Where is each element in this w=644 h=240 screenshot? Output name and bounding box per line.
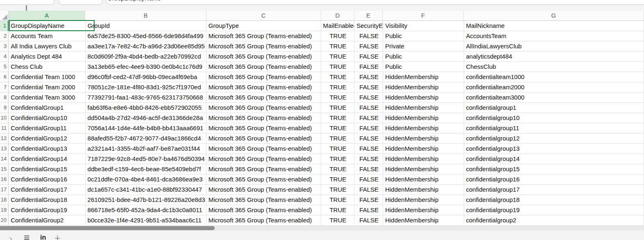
column-header-D[interactable]: D <box>321 11 354 21</box>
cell-G15[interactable]: confidentialgroup15 <box>464 164 644 174</box>
cell-F19[interactable]: HiddenMembership <box>383 205 464 215</box>
cell-D2[interactable]: TRUE <box>321 31 355 41</box>
cell-E9[interactable]: FALSE <box>354 103 383 113</box>
column-header-E[interactable]: E <box>354 11 383 21</box>
cell-C18[interactable]: Microsoft 365 Group (Teams-enabled) <box>206 195 321 205</box>
cell-G20[interactable]: confidentialgroup2 <box>464 215 644 226</box>
cell-B11[interactable]: 7056a144-1d4e-44fe-b4b8-bb413aaa6691 <box>86 123 206 134</box>
horizontal-scrollbar-track[interactable] <box>0 226 644 231</box>
cell-A3[interactable]: All India Lawyers Club <box>9 41 85 52</box>
cell-D5[interactable]: TRUE <box>321 62 355 72</box>
cell-F16[interactable]: HiddenMembership <box>383 174 464 185</box>
cell-A4[interactable]: Analytics Dept 484 <box>9 52 85 62</box>
cell-F7[interactable]: HiddenMembership <box>383 82 464 93</box>
cell-C15[interactable]: Microsoft 365 Group (Teams-enabled) <box>206 164 321 174</box>
cell-A14[interactable]: ConfidentialGroup14 <box>9 154 85 164</box>
cell-F11[interactable]: HiddenMembership <box>383 123 464 134</box>
cell-F15[interactable]: HiddenMembership <box>383 164 464 174</box>
cell-A1[interactable]: GroupDisplayName <box>9 21 85 31</box>
cell-A15[interactable]: ConfidentialGroup15 <box>9 164 85 174</box>
cell-E19[interactable]: FALSE <box>354 205 383 215</box>
cell-E14[interactable]: FALSE <box>354 154 383 164</box>
cell-E8[interactable]: FALSE <box>354 93 383 103</box>
row-header-11[interactable]: 11 <box>0 123 9 134</box>
cell-C13[interactable]: Microsoft 365 Group (Teams-enabled) <box>206 144 321 154</box>
cell-G8[interactable]: confidentialteam3000 <box>464 93 644 103</box>
cell-E16[interactable]: FALSE <box>354 174 383 185</box>
cell-A5[interactable]: Chess Club <box>9 62 85 72</box>
cell-A20[interactable]: ConfidentialGroup2 <box>9 215 85 226</box>
cell-A18[interactable]: ConfidentialGroup18 <box>9 195 85 205</box>
cell-E4[interactable]: FALSE <box>354 52 383 62</box>
cell-D12[interactable]: TRUE <box>321 134 355 144</box>
cell-D19[interactable]: TRUE <box>321 205 355 215</box>
row-header-7[interactable]: 7 <box>0 82 9 93</box>
row-header-8[interactable]: 8 <box>0 93 9 103</box>
cell-F18[interactable]: HiddenMembership <box>383 195 464 205</box>
cell-G3[interactable]: AllIndiaLawyersClub <box>464 41 644 52</box>
cell-G10[interactable]: confidentialgroup10 <box>464 113 644 123</box>
column-header-F[interactable]: F <box>383 11 463 21</box>
cell-B4[interactable]: 8c0d609f-2f9a-4bd4-bedb-a22eb70992cd <box>86 52 206 62</box>
row-header-13[interactable]: 13 <box>0 144 9 154</box>
cell-B20[interactable]: b0cce32e-1f4e-4291-9b51-a534baac6c11 <box>86 215 206 226</box>
row-header-10[interactable]: 10 <box>0 113 9 123</box>
formula-bar[interactable] <box>106 0 644 5</box>
cell-F14[interactable]: HiddenMembership <box>383 154 464 164</box>
row-header-4[interactable]: 4 <box>0 52 9 62</box>
cell-F20[interactable]: HiddenMembership <box>383 215 464 226</box>
column-header-C[interactable]: C <box>206 11 321 21</box>
cell-G14[interactable]: confidentialgroup14 <box>464 154 644 164</box>
name-box[interactable] <box>0 0 54 5</box>
cell-A16[interactable]: ConfidentialGroup16 <box>9 174 85 185</box>
cell-F10[interactable]: HiddenMembership <box>383 113 464 123</box>
cell-F8[interactable]: HiddenMembership <box>383 93 464 103</box>
row-header-1[interactable]: 1 <box>0 21 9 31</box>
cell-D11[interactable]: TRUE <box>321 123 355 134</box>
cell-E10[interactable]: FALSE <box>354 113 383 123</box>
cell-C17[interactable]: Microsoft 365 Group (Teams-enabled) <box>206 185 321 195</box>
row-header-3[interactable]: 3 <box>0 41 9 52</box>
cell-D7[interactable]: TRUE <box>321 82 355 93</box>
cell-D9[interactable]: TRUE <box>321 103 355 113</box>
cell-F6[interactable]: HiddenMembership <box>383 72 464 82</box>
cell-A8[interactable]: Confidential Team 3000 <box>9 93 85 103</box>
cell-A17[interactable]: ConfidentialGroup17 <box>9 185 85 195</box>
cell-D4[interactable]: TRUE <box>321 52 355 62</box>
cell-C10[interactable]: Microsoft 365 Group (Teams-enabled) <box>206 113 321 123</box>
cell-B12[interactable]: 88afed55-f2b7-4672-9077-d49ac1866cd4 <box>86 134 206 144</box>
cell-G19[interactable]: confidentialgroup19 <box>464 205 644 215</box>
sheet-nav-chevron-icon[interactable]: › <box>9 233 12 240</box>
column-header-A[interactable]: A <box>9 11 85 21</box>
cell-F3[interactable]: Private <box>383 41 464 52</box>
cell-C8[interactable]: Microsoft 365 Group (Teams-enabled) <box>206 93 321 103</box>
cell-B9[interactable]: fab63f6a-e8e6-4bb0-8426-ebb572902055 <box>86 103 206 113</box>
cell-G18[interactable]: confidentialgroup18 <box>464 195 644 205</box>
cell-F12[interactable]: HiddenMembership <box>383 134 464 144</box>
cell-E12[interactable]: FALSE <box>354 134 383 144</box>
row-header-2[interactable]: 2 <box>0 31 9 41</box>
cell-G7[interactable]: confidentialteam2000 <box>464 82 644 93</box>
cell-G5[interactable]: ChessClub <box>464 62 644 72</box>
column-header-B[interactable]: B <box>85 11 206 21</box>
cell-A6[interactable]: Confidential Team 1000 <box>9 72 85 82</box>
cell-D6[interactable]: TRUE <box>321 72 355 82</box>
cell-C16[interactable]: Microsoft 365 Group (Teams-enabled) <box>206 174 321 185</box>
row-header-20[interactable]: 20 <box>0 215 9 226</box>
row-header-6[interactable]: 6 <box>0 72 9 82</box>
horizontal-scrollbar-thumb[interactable] <box>0 226 215 230</box>
row-header-17[interactable]: 17 <box>0 185 9 195</box>
row-header-18[interactable]: 18 <box>0 195 9 205</box>
cell-G2[interactable]: AccountsTeam <box>464 31 644 41</box>
cell-D13[interactable]: TRUE <box>321 144 355 154</box>
row-header-15[interactable]: 15 <box>0 164 9 174</box>
cell-G9[interactable]: confidentialgroup1 <box>464 103 644 113</box>
cell-E7[interactable]: FALSE <box>354 82 383 93</box>
cell-F13[interactable]: HiddenMembership <box>383 144 464 154</box>
cell-B3[interactable]: aa3ee17a-7e82-4c7b-a96d-23d06ee85d95 <box>86 41 206 52</box>
cell-D10[interactable]: TRUE <box>321 113 355 123</box>
row-header-12[interactable]: 12 <box>0 134 9 144</box>
cell-B19[interactable]: 866718e5-65f0-452a-9da4-dc1b3c0a8011 <box>86 205 206 215</box>
cell-D8[interactable]: TRUE <box>321 93 355 103</box>
cell-F2[interactable]: Public <box>383 31 464 41</box>
